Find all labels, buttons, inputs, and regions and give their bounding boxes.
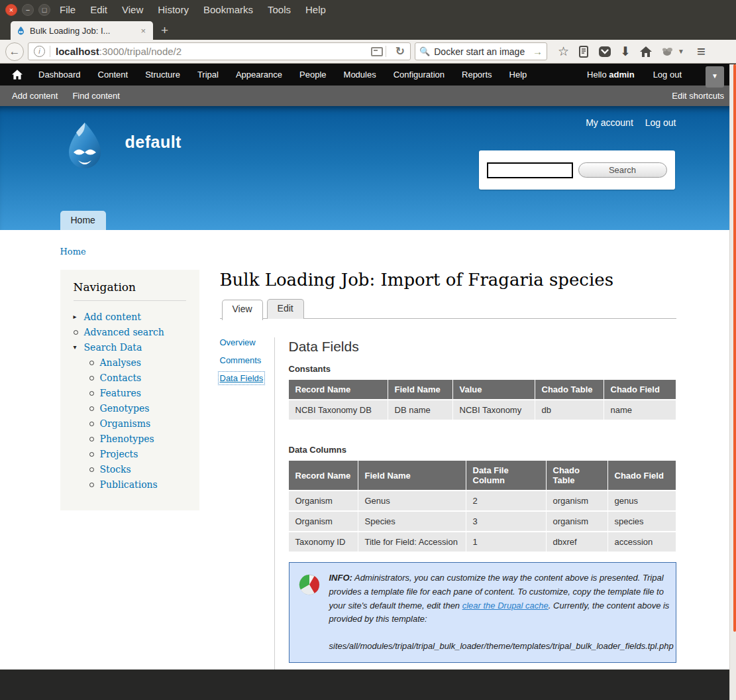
browser-search-field[interactable]: 🔍 Docker start an image →: [415, 42, 547, 60]
header-search-input[interactable]: [487, 162, 573, 178]
admin-link-structure[interactable]: Structure: [145, 70, 180, 80]
search-go-icon[interactable]: →: [533, 46, 543, 57]
col-header: Chado Table: [547, 461, 608, 491]
expanded-arrow-icon[interactable]: ▾: [74, 343, 84, 351]
main-menu-home-tab[interactable]: Home: [60, 211, 106, 230]
sidebar-item-publications[interactable]: Publications: [100, 479, 158, 490]
list-bullet-icon: [89, 403, 100, 414]
site-footer: [0, 670, 736, 700]
table-header-row: Record Name Field Name Data File Column …: [289, 461, 676, 491]
reload-icon[interactable]: ↻: [394, 44, 406, 58]
menu-tools[interactable]: Tools: [268, 4, 291, 15]
sidebar-item-contacts[interactable]: Contacts: [100, 373, 142, 383]
constants-table: Record Name Field Name Value Chado Table…: [289, 380, 676, 421]
cell: db: [535, 400, 604, 421]
bookmark-star-icon[interactable]: ☆: [558, 45, 569, 58]
edit-shortcuts-link[interactable]: Edit shortcuts: [672, 91, 724, 101]
admin-link-modules[interactable]: Modules: [344, 70, 376, 80]
col-header: Chado Field: [604, 380, 676, 400]
drupal-logo[interactable]: [60, 121, 109, 174]
tab-view[interactable]: View: [222, 300, 263, 320]
sidebar-item-analyses[interactable]: Analyses: [100, 357, 142, 368]
admin-link-tripal[interactable]: Tripal: [197, 70, 219, 80]
sidebar-item-features[interactable]: Features: [100, 388, 141, 398]
menu-bookmarks[interactable]: Bookmarks: [203, 4, 253, 15]
site-info-icon[interactable]: i: [34, 46, 45, 57]
menu-file[interactable]: File: [60, 4, 76, 15]
window-titlebar: × − □ File Edit View History Bookmarks T…: [0, 0, 736, 19]
toolbar-toggle-button[interactable]: ▼: [706, 66, 724, 88]
collapsed-arrow-icon[interactable]: ▸: [74, 313, 84, 320]
menu-view[interactable]: View: [122, 4, 143, 15]
cell: accession: [608, 532, 676, 553]
downloads-icon[interactable]: ⬇: [620, 45, 631, 58]
plugin-icon[interactable]: [661, 46, 674, 57]
site-name[interactable]: default: [125, 133, 182, 152]
sidebar-item-advanced-search[interactable]: Advanced search: [84, 327, 164, 337]
subnav-comments[interactable]: Comments: [220, 355, 262, 365]
sidebar-item-genotypes[interactable]: Genotypes: [100, 403, 150, 414]
admin-link-reports[interactable]: Reports: [462, 70, 492, 80]
node-tabs: View Edit: [220, 299, 676, 319]
header-search-button[interactable]: Search: [578, 162, 667, 178]
sidebar-item-projects[interactable]: Projects: [100, 449, 138, 459]
home-icon[interactable]: [639, 46, 653, 58]
cell: organism: [547, 512, 608, 532]
sidebar-item-phenotypes[interactable]: Phenotypes: [100, 434, 154, 444]
data-columns-table: Record Name Field Name Data File Column …: [289, 461, 676, 553]
col-header: Value: [453, 380, 535, 400]
site-logout-link[interactable]: Log out: [645, 117, 676, 128]
admin-link-configuration[interactable]: Configuration: [394, 70, 445, 80]
scrollbar-track[interactable]: [729, 64, 736, 700]
sidebar-item-search-data[interactable]: Search Data: [84, 342, 142, 353]
subnav-data-fields[interactable]: Data Fields: [220, 373, 264, 383]
new-tab-button[interactable]: +: [161, 23, 168, 38]
breadcrumb: Home: [60, 247, 676, 257]
drupal-admin-toolbar: Dashboard Content Structure Tripal Appea…: [0, 64, 736, 86]
admin-home-icon[interactable]: [12, 70, 23, 80]
scrollbar-thumb[interactable]: [733, 64, 736, 632]
col-header: Record Name: [289, 461, 358, 491]
menu-help[interactable]: Help: [305, 4, 326, 15]
menu-hamburger-icon[interactable]: ≡: [697, 43, 706, 60]
clear-cache-link[interactable]: clear the Drupal cache: [462, 601, 549, 611]
sidebar-item-add-content[interactable]: Add content: [84, 312, 141, 322]
cell: Title for Field: Accession: [358, 532, 466, 553]
window-close-button[interactable]: ×: [5, 4, 17, 16]
admin-link-dashboard[interactable]: Dashboard: [38, 70, 81, 80]
cell: 3: [466, 512, 547, 532]
my-account-link[interactable]: My account: [586, 117, 633, 128]
back-button[interactable]: ←: [5, 42, 24, 61]
bookmarks-sidebar-icon[interactable]: [578, 46, 590, 58]
browser-tab[interactable]: Bulk Loading Job: I... ×: [11, 21, 153, 40]
window-minimize-button[interactable]: −: [22, 4, 34, 16]
url-bar[interactable]: i localhost:3000/tripal/node/2 ↻: [28, 42, 411, 60]
admin-logout-link[interactable]: Log out: [653, 70, 682, 80]
data-fields-panel: Data Fields Constants Record Name Field …: [274, 337, 676, 670]
shortcut-find-content[interactable]: Find content: [72, 91, 120, 101]
shortcut-add-content[interactable]: Add content: [12, 91, 58, 101]
sidebar-item-stocks[interactable]: Stocks: [100, 464, 131, 475]
admin-link-people[interactable]: People: [299, 70, 326, 80]
menu-history[interactable]: History: [158, 4, 189, 15]
url-separator: [386, 46, 386, 57]
tab-close-icon[interactable]: ×: [138, 26, 148, 36]
sidebar-item-organisms[interactable]: Organisms: [100, 418, 151, 429]
admin-link-content[interactable]: Content: [98, 70, 129, 80]
tripal-pie-icon: [299, 574, 320, 595]
list-bullet-icon: [89, 418, 100, 429]
reader-mode-icon[interactable]: [371, 47, 383, 56]
chevron-down-icon[interactable]: ▼: [678, 48, 684, 55]
cell: Species: [358, 512, 466, 532]
cell: name: [604, 400, 676, 421]
subnav-overview[interactable]: Overview: [220, 337, 256, 347]
window-maximize-button[interactable]: □: [38, 4, 50, 16]
tripal-subnav: Overview Comments Data Fields: [220, 337, 274, 670]
cell: DB name: [388, 400, 453, 421]
tab-edit[interactable]: Edit: [267, 299, 304, 319]
breadcrumb-home-link[interactable]: Home: [60, 247, 86, 257]
admin-link-appearance[interactable]: Appearance: [236, 70, 282, 80]
admin-link-help[interactable]: Help: [509, 70, 527, 80]
pocket-icon[interactable]: [598, 46, 611, 58]
menu-edit[interactable]: Edit: [90, 4, 107, 15]
